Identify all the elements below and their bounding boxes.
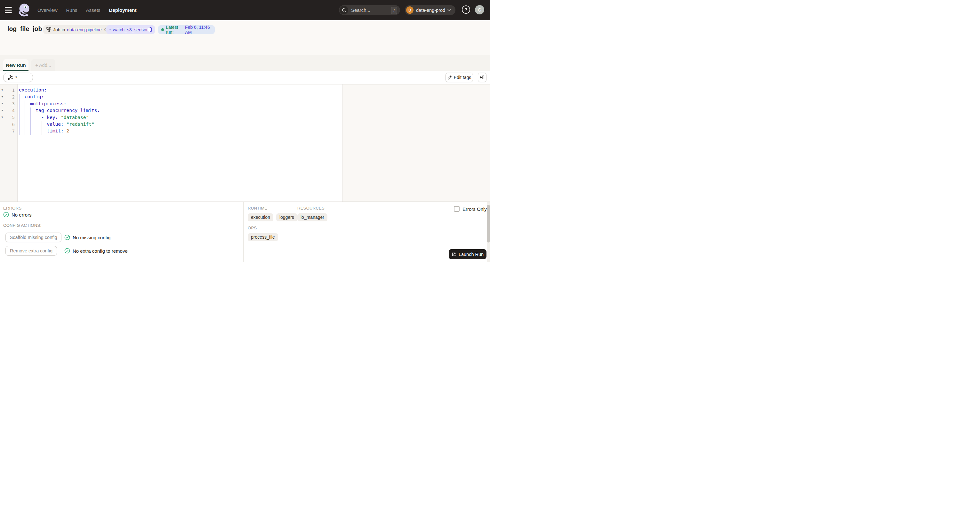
gutter-row: 7: [0, 128, 17, 134]
job-graph-icon: [46, 27, 51, 32]
user-avatar[interactable]: G: [475, 5, 484, 14]
config-actions-label: CONFIG ACTIONS:: [3, 223, 41, 228]
sensor-pill: watch_s3_sensor: [106, 25, 155, 34]
nav-overview[interactable]: Overview: [37, 7, 57, 13]
fold-arrow-icon[interactable]: ▼: [0, 116, 5, 119]
search-placeholder: Search...: [351, 7, 370, 13]
chevron-down-icon: [447, 9, 451, 11]
run-status-dot: [161, 28, 164, 31]
session-tab-add[interactable]: + Add...: [31, 59, 55, 71]
line-number: 3: [5, 101, 17, 106]
fold-arrow-icon[interactable]: ▼: [0, 89, 5, 92]
op-selector-value: *: [15, 75, 17, 80]
launchpad-tab-strip: New Run + Add...: [0, 55, 490, 71]
op-selector-input[interactable]: *: [3, 73, 33, 82]
top-nav-bar: OverviewRunsAssetsDeployment Search... /…: [0, 0, 490, 20]
code-line: config:: [19, 94, 342, 100]
latest-run-label: Latest run:: [166, 25, 183, 35]
page-title: log_file_job: [7, 25, 42, 33]
latest-run-link[interactable]: Feb 6, 11:46 AM: [185, 25, 212, 35]
code-line: limit: 2: [19, 128, 342, 134]
line-number: 6: [5, 122, 17, 127]
remove-extra-config-button[interactable]: Remove extra config: [5, 246, 57, 256]
no-errors-status: No errors: [3, 212, 32, 218]
launchpad-toolbar: * Edit tags: [0, 71, 490, 84]
bottom-panel: ERRORS No errors CONFIG ACTIONS: Scaffol…: [0, 202, 490, 262]
nav-deployment[interactable]: Deployment: [109, 7, 137, 13]
sensor-link[interactable]: watch_s3_sensor: [113, 27, 148, 32]
fold-arrow-icon[interactable]: ▼: [0, 110, 5, 112]
resources-group: RESOURCES io_manager: [298, 206, 328, 221]
scaffold-missing-config-button[interactable]: Scaffold missing config: [5, 233, 62, 242]
ops-chips: process_file: [248, 233, 278, 241]
check-circle-icon: [3, 212, 9, 218]
runtime-group: RUNTIME executionloggers: [248, 206, 298, 221]
deployment-switcher[interactable]: D data-eng-prod: [405, 5, 455, 15]
config-chip[interactable]: io_manager: [298, 213, 328, 221]
errors-only-checkbox[interactable]: [454, 206, 460, 212]
no-extra-config-status: No extra config to remove: [64, 248, 128, 254]
sensor-toggle[interactable]: [150, 27, 152, 32]
code-line: execution:: [19, 87, 342, 94]
launch-run-button[interactable]: Launch Run: [449, 249, 487, 259]
ops-group: OPS process_file: [248, 225, 278, 241]
job-breadcrumb-pill: Job in data-eng-pipeline ⟳: [43, 25, 115, 34]
launch-icon: [452, 252, 456, 257]
search-icon: [340, 6, 348, 14]
editor-gutter: ▼1▼2▼3▼4▼567: [0, 84, 18, 202]
line-number: 4: [5, 108, 17, 113]
ops-label: OPS: [248, 225, 278, 230]
check-circle-icon: [64, 248, 70, 254]
code-line: multiprocess:: [19, 100, 342, 107]
indent-guide: [41, 121, 42, 135]
code-lines[interactable]: execution: config: multiprocess: tag_con…: [18, 87, 342, 135]
errors-label: ERRORS: [3, 206, 21, 211]
config-chip[interactable]: loggers: [276, 213, 298, 221]
search-shortcut-badge: /: [391, 7, 397, 14]
gutter-row: ▼2: [0, 94, 17, 100]
page-header: log_file_job Job in data-eng-pipeline ⟳ …: [0, 20, 490, 55]
resources-chips: io_manager: [298, 213, 328, 221]
pencil-icon: [447, 76, 452, 79]
hamburger-menu-icon[interactable]: [5, 7, 12, 13]
bottom-split-divider: [243, 202, 244, 262]
session-tab-new-run[interactable]: New Run: [3, 59, 29, 71]
dagster-logo-icon[interactable]: [17, 3, 32, 18]
expand-panel-icon: [480, 75, 485, 79]
nav-runs[interactable]: Runs: [66, 7, 78, 13]
fold-arrow-icon[interactable]: ▼: [0, 96, 5, 98]
gutter-row: ▼1: [0, 87, 17, 94]
errors-only-label: Errors Only: [463, 206, 487, 212]
pipeline-link[interactable]: data-eng-pipeline: [67, 27, 102, 32]
gutter-row: 6: [0, 121, 17, 128]
latest-run-pill: Latest run: Feb 6, 11:46 AM: [158, 25, 215, 34]
line-number: 1: [5, 88, 17, 93]
fold-arrow-icon[interactable]: ▼: [0, 102, 5, 105]
help-icon[interactable]: ?: [462, 5, 470, 14]
code-line: - key: "database": [19, 114, 342, 121]
expand-panel-button[interactable]: [478, 73, 487, 82]
gutter-row: ▼4: [0, 107, 17, 114]
runtime-chips: executionloggers: [248, 213, 298, 221]
indent-guide: [30, 108, 31, 135]
config-chip[interactable]: execution: [248, 213, 273, 221]
job-pill-prefix: Job in: [53, 27, 65, 32]
runtime-label: RUNTIME: [248, 206, 298, 211]
resources-label: RESOURCES: [298, 206, 328, 211]
search-input[interactable]: Search... /: [339, 5, 400, 15]
deployment-initial-badge: D: [406, 6, 414, 14]
no-missing-config-status: No missing config: [64, 235, 110, 240]
check-circle-icon: [64, 235, 70, 240]
gutter-row: ▼3: [0, 100, 17, 107]
sensor-icon: [110, 27, 111, 32]
line-number: 5: [5, 115, 17, 120]
indent-guide: [36, 114, 36, 135]
indent-guide: [19, 94, 19, 135]
indent-guide: [25, 100, 25, 135]
code-line: tag_concurrency_limits:: [19, 107, 342, 114]
edit-tags-button[interactable]: Edit tags: [445, 73, 473, 82]
editor-right-pane: [343, 84, 490, 202]
scrollbar-thumb[interactable]: [487, 205, 490, 243]
nav-assets[interactable]: Assets: [86, 7, 100, 13]
config-chip[interactable]: process_file: [248, 233, 278, 241]
